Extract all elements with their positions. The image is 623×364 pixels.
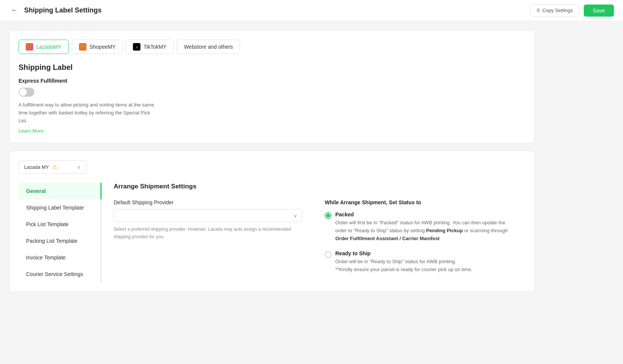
chevron-down-icon: ∨ <box>77 164 81 170</box>
select-chevron-icon: ∨ <box>293 213 297 219</box>
tab-lazadamy-label: LazadaMY <box>36 44 62 50</box>
shipping-label-title: Shipping Label <box>19 63 525 72</box>
radio-option-ready-to-ship[interactable]: Ready to Ship Order will be in "Ready to… <box>325 250 513 274</box>
copy-settings-label: Copy Settings <box>542 8 573 13</box>
shipping-provider-col: Default Shipping Provider ∨ Select a pre… <box>114 199 302 281</box>
settings-columns: Default Shipping Provider ∨ Select a pre… <box>114 199 513 281</box>
two-column-layout: General Shipping Label Template Pick Lis… <box>19 183 525 282</box>
radio-packed-circle <box>325 212 332 219</box>
sidebar-item-general[interactable]: General <box>19 183 102 199</box>
header-right: ⎘ Copy Settings Save <box>530 4 614 17</box>
sidebar-item-packing-list-template[interactable]: Packing List Template <box>19 233 102 249</box>
shipping-provider-select[interactable]: ∨ <box>114 209 302 222</box>
header: ← Shipping Label Settings ⎘ Copy Setting… <box>0 0 623 21</box>
lazada-icon: 🛍 <box>26 43 33 51</box>
copy-icon: ⎘ <box>537 8 540 13</box>
save-button[interactable]: Save <box>584 5 614 17</box>
sidebar-item-pick-list-template[interactable]: Pick List Template <box>19 216 102 233</box>
shipping-provider-label: Default Shipping Provider <box>114 199 302 205</box>
radio-ready-circle <box>325 251 332 258</box>
tab-lazadamy[interactable]: 🛍 LazadaMY <box>19 40 69 54</box>
fulfillment-description: A fulfillment way to allow picking and s… <box>19 101 154 125</box>
tiktok-icon: ♪ <box>133 43 140 51</box>
express-fulfillment-toggle[interactable] <box>19 88 34 97</box>
copy-settings-button[interactable]: ⎘ Copy Settings <box>530 4 579 17</box>
learn-more-link[interactable]: Learn More <box>19 128 43 134</box>
radio-ready-label: Ready to Ship <box>335 250 472 256</box>
tab-shopee[interactable]: 🛒 ShopeeMY <box>72 40 123 54</box>
radio-ready-content: Ready to Ship Order will be in "Ready to… <box>335 250 472 274</box>
tab-webstore-label: Webstore and others <box>184 44 233 50</box>
main-content: 🛍 LazadaMY 🛒 ShopeeMY ♪ TikTokMY Webstor… <box>0 21 544 308</box>
shopee-icon: 🛒 <box>79 43 86 51</box>
store-selector-label: Lazada MY <box>24 164 49 170</box>
express-fulfillment-label: Express Fulfillment <box>19 78 525 84</box>
radio-packed-content: Packed Order will first be in "Packed" s… <box>335 211 513 242</box>
settings-card: Lazada MY ⚠ ∨ General Shipping Label Tem… <box>9 151 535 292</box>
sidebar-item-courier-service-settings[interactable]: Courier Service Settings <box>19 266 102 282</box>
radio-packed-label: Packed <box>335 211 513 217</box>
radio-option-packed[interactable]: Packed Order will first be in "Packed" s… <box>325 211 513 242</box>
radio-ready-desc: Order will be in "Ready to Ship" status … <box>335 258 472 274</box>
tab-tiktok-label: TikTokMY <box>143 44 167 50</box>
page-title: Shipping Label Settings <box>24 6 102 14</box>
sidebar-item-invoice-template[interactable]: Invoice Template <box>19 249 102 266</box>
tab-tiktok[interactable]: ♪ TikTokMY <box>126 40 174 54</box>
back-button[interactable]: ← <box>9 5 20 16</box>
tab-shopee-label: ShopeeMY <box>89 44 116 50</box>
radio-packed-desc: Order will first be in "Packed" status f… <box>335 219 513 242</box>
content-panel: Arrange Shipment Settings Default Shippi… <box>102 183 525 282</box>
shipping-label-card: 🛍 LazadaMY 🛒 ShopeeMY ♪ TikTokMY Webstor… <box>9 30 535 143</box>
store-selector[interactable]: Lazada MY ⚠ ∨ <box>19 160 86 174</box>
platform-tabs: 🛍 LazadaMY 🛒 ShopeeMY ♪ TikTokMY Webstor… <box>19 40 525 54</box>
set-status-title: While Arrange Shipment, Set Status to <box>325 199 513 205</box>
side-nav: General Shipping Label Template Pick Lis… <box>19 183 102 282</box>
set-status-col: While Arrange Shipment, Set Status to Pa… <box>325 199 513 281</box>
warning-icon: ⚠ <box>52 163 57 170</box>
header-left: ← Shipping Label Settings <box>9 5 102 16</box>
sidebar-item-shipping-label-template[interactable]: Shipping Label Template <box>19 199 102 216</box>
shipping-provider-hint: Select a preferred shipping provider. Ho… <box>114 226 302 240</box>
panel-title: Arrange Shipment Settings <box>114 183 513 190</box>
tab-webstore[interactable]: Webstore and others <box>177 40 240 54</box>
